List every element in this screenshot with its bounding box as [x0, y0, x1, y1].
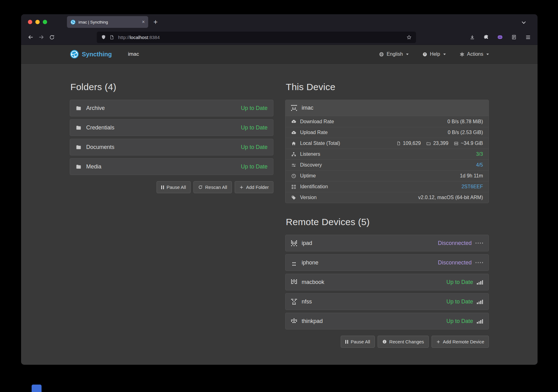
device-row[interactable]: nfss Up to Date: [285, 293, 489, 310]
this-device-heading: This Device: [286, 82, 489, 92]
clock-icon: [291, 173, 296, 179]
browser-tab[interactable]: imac | Syncthing ×: [67, 16, 148, 28]
device-identicon-icon: [291, 240, 297, 246]
url-text: http://localhost:8384: [118, 35, 160, 40]
folder-row[interactable]: Credentials Up to Date: [70, 119, 273, 136]
help-menu-label: Help: [430, 51, 440, 57]
folder-row[interactable]: Documents Up to Date: [70, 139, 273, 155]
device-identicon-icon: [291, 105, 297, 111]
folder-small-icon: [426, 141, 431, 146]
signal-bars-icon: [477, 299, 483, 304]
folder-icon: [76, 144, 82, 150]
rescan-all-button[interactable]: Rescan All: [193, 181, 232, 193]
downloads-icon[interactable]: [467, 32, 477, 42]
forward-button[interactable]: [36, 32, 46, 42]
tag-icon: [291, 195, 296, 200]
navbar-menus: English ? Help Actions: [379, 51, 489, 57]
device-name: iphone: [302, 259, 318, 266]
tab-overflow-chevron-icon[interactable]: [522, 20, 525, 23]
remote-devices-heading: Remote Devices (5): [286, 217, 489, 227]
syncthing-logo[interactable]: Syncthing: [70, 50, 112, 59]
profile-avatar-icon[interactable]: [495, 32, 505, 42]
upload-rate-value: 0 B/s (2.53 GiB): [448, 130, 483, 135]
stat-row-uptime: Uptime 1d 9h 11m: [286, 170, 489, 181]
folder-status: Up to Date: [241, 144, 268, 150]
minimize-window-button[interactable]: [35, 20, 40, 24]
discovery-value: 4/5: [476, 162, 483, 168]
pause-all-folders-button[interactable]: Pause All: [157, 181, 191, 193]
device-identicon-icon: [291, 318, 297, 324]
bookmark-star-icon[interactable]: [406, 34, 412, 40]
device-status: Up to Date: [446, 298, 473, 305]
close-window-button[interactable]: [28, 20, 32, 24]
question-circle-icon: ?: [422, 52, 427, 57]
device-identicon-icon: [291, 260, 297, 266]
browser-window: imac | Syncthing × + http://localhost:83…: [21, 14, 538, 365]
cloud-download-icon: [291, 119, 296, 124]
folder-name: Documents: [86, 144, 114, 150]
help-menu[interactable]: ? Help: [422, 51, 446, 57]
device-name: nfss: [302, 298, 312, 305]
remote-device-list: ipad Disconnected iphone Disconnected: [285, 235, 489, 329]
folder-row[interactable]: Archive Up to Date: [70, 100, 273, 116]
navigation-toolbar: http://localhost:8384: [21, 30, 538, 45]
address-bar[interactable]: http://localhost:8384: [97, 32, 416, 43]
local-state-value: 109,629 23,399 ~34.9 GiB: [396, 141, 483, 146]
brand-name: Syncthing: [82, 51, 112, 58]
pause-all-devices-button[interactable]: Pause All: [341, 336, 375, 348]
stat-row-local-state: Local State (Total) 109,629 23,399 ~34.9…: [286, 138, 489, 149]
folder-icon: [76, 125, 82, 131]
this-device-header[interactable]: imac: [286, 100, 489, 116]
device-row[interactable]: iphone Disconnected: [285, 254, 489, 271]
folder-name: Archive: [86, 105, 105, 111]
new-tab-button[interactable]: +: [153, 18, 157, 26]
toolbar-actions: [467, 32, 533, 42]
caret-down-icon: [406, 54, 409, 55]
zoom-window-button[interactable]: [43, 20, 47, 24]
device-name: macbook: [302, 279, 324, 285]
signal-dots-icon: [476, 262, 483, 263]
add-folder-button[interactable]: Add Folder: [235, 181, 273, 193]
folder-icon: [76, 105, 82, 111]
device-row[interactable]: ipad Disconnected: [285, 235, 489, 251]
device-identicon-icon: [291, 299, 297, 305]
folder-status: Up to Date: [241, 124, 268, 131]
syncthing-navbar: Syncthing imac English ? Help: [21, 45, 538, 64]
add-remote-device-button[interactable]: Add Remote Device: [432, 336, 489, 348]
reader-view-icon[interactable]: [509, 32, 519, 42]
page-info-icon[interactable]: [109, 35, 114, 40]
language-menu[interactable]: English: [379, 51, 408, 57]
device-status: Up to Date: [446, 279, 473, 285]
pause-icon: [161, 185, 164, 189]
caret-down-icon: [486, 54, 489, 55]
plus-icon: [436, 340, 441, 344]
language-menu-label: English: [387, 51, 403, 57]
folders-actions: Pause All Rescan All Add Folder: [70, 181, 273, 193]
tab-close-icon[interactable]: ×: [142, 20, 145, 24]
shield-icon[interactable]: [101, 34, 106, 40]
tab-title: imac | Syncthing: [78, 20, 139, 24]
sitemap-icon: [291, 152, 296, 157]
device-row[interactable]: macbook Up to Date: [285, 274, 489, 290]
sliders-icon: [291, 163, 296, 168]
recent-changes-button[interactable]: Recent Changes: [378, 336, 429, 348]
storage-drive-icon: [454, 141, 458, 146]
tab-bar: imac | Syncthing × +: [21, 14, 538, 30]
actions-menu[interactable]: Actions: [459, 51, 489, 57]
identification-link[interactable]: 2ST6EEF: [462, 184, 483, 189]
listeners-value: 3/3: [476, 151, 483, 157]
folders-heading: Folders (4): [70, 82, 273, 92]
device-row[interactable]: thinkpad Up to Date: [285, 313, 489, 329]
back-button[interactable]: [25, 32, 36, 42]
uptime-value: 1d 9h 11m: [460, 173, 483, 179]
menu-hamburger-icon[interactable]: [523, 32, 533, 42]
actions-menu-label: Actions: [467, 51, 483, 57]
home-icon: [291, 141, 296, 146]
folder-row[interactable]: Media Up to Date: [70, 158, 273, 175]
svg-text:?: ?: [424, 53, 425, 56]
folder-icon: [76, 164, 82, 170]
extensions-puzzle-icon[interactable]: [481, 32, 491, 42]
reload-button[interactable]: [46, 32, 57, 42]
this-device-panel[interactable]: imac Download Rate 0 B/s (8.78 MiB): [285, 100, 489, 203]
device-identicon-icon: [291, 279, 297, 285]
